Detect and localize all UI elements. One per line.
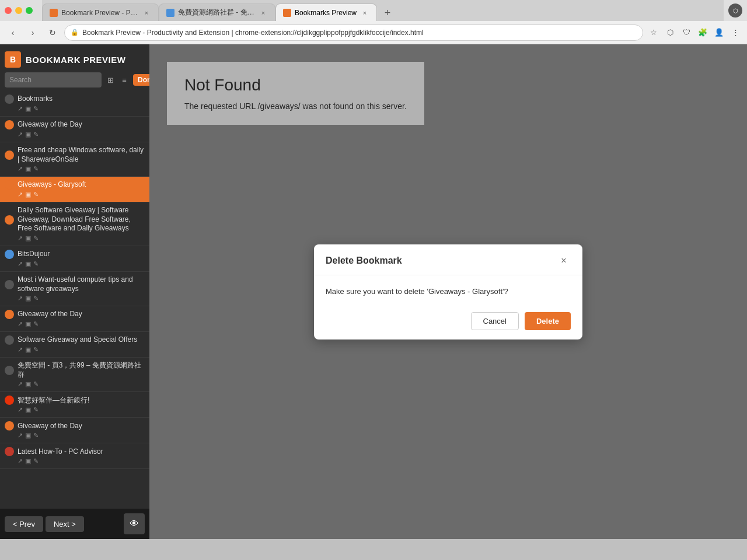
lock-icon: 🔒 (71, 29, 79, 36)
bookmark-name-text-bm6: BitsDujour (18, 250, 50, 259)
tab-close-3[interactable]: × (360, 8, 369, 18)
open-icon-bm9[interactable]: ↗ (18, 346, 23, 354)
reload-button[interactable]: ↻ (44, 24, 61, 41)
copy-icon-bm8[interactable]: ▣ (25, 320, 31, 328)
edit-icon-bm8[interactable]: ✎ (33, 320, 39, 328)
bookmark-name-text-bm3: Free and cheap Windows software, daily |… (18, 146, 145, 164)
bookmark-item-name-bm4: Giveaways - Glarysoft (5, 180, 145, 190)
open-icon-bm6[interactable]: ↗ (18, 260, 23, 268)
cancel-button[interactable]: Cancel (471, 312, 519, 330)
next-button[interactable]: Next > (46, 516, 84, 532)
edit-icon-bm12[interactable]: ✎ (33, 432, 39, 439)
copy-icon-bm2[interactable]: ▣ (25, 131, 31, 138)
bookmark-item-bm10[interactable]: 免費空間 - 頁3，共99 – 免費資源網路社群↗▣✎ (0, 358, 149, 392)
edit-icon-bm13[interactable]: ✎ (33, 457, 39, 465)
modal-close-button[interactable]: × (557, 254, 571, 268)
edit-icon-bm9[interactable]: ✎ (33, 346, 39, 354)
open-icon-bm13[interactable]: ↗ (18, 457, 23, 465)
eye-button[interactable]: 👁 (124, 513, 145, 534)
tab-bookmarks-preview[interactable]: Bookmarks Preview × (275, 4, 377, 21)
bookmark-star-button[interactable]: ☆ (647, 26, 661, 40)
tab-close-1[interactable]: × (142, 8, 151, 18)
edit-icon-bm6[interactable]: ✎ (33, 260, 39, 268)
extensions-button[interactable]: ⬡ (663, 26, 677, 40)
open-icon-bm4[interactable]: ↗ (18, 191, 23, 198)
extension-icon[interactable]: ⬡ (728, 4, 742, 18)
open-icon-bm12[interactable]: ↗ (18, 432, 23, 439)
favicon-bm12 (5, 421, 14, 430)
tab-bookmark-preview[interactable]: Bookmark Preview - Productivi... × (42, 4, 159, 21)
edit-icon-bm11[interactable]: ✎ (33, 406, 39, 414)
bookmark-item-bm11[interactable]: 智慧好幫伴—台新銀行!↗▣✎ (0, 392, 149, 418)
copy-icon-bm6[interactable]: ▣ (25, 260, 31, 268)
bookmark-list: Bookmarks↗▣✎Giveaway of the Day↗▣✎Free a… (0, 91, 149, 509)
minimize-window-button[interactable] (15, 7, 22, 14)
search-input[interactable] (5, 72, 102, 88)
copy-icon-bm3[interactable]: ▣ (25, 165, 31, 173)
bookmark-item-bm7[interactable]: Most i Want-useful computer tips and sof… (0, 272, 149, 306)
open-icon-bm5[interactable]: ↗ (18, 235, 23, 242)
copy-icon-bm10[interactable]: ▣ (25, 380, 31, 388)
grid-view-button[interactable]: ⊞ (104, 74, 117, 86)
bookmark-actions-bm12: ↗▣✎ (5, 432, 145, 439)
open-icon-bm10[interactable]: ↗ (18, 380, 23, 388)
bookmark-item-bm3[interactable]: Free and cheap Windows software, daily |… (0, 142, 149, 177)
bookmark-item-bm9[interactable]: Software Giveaway and Special Offers↗▣✎ (0, 332, 149, 358)
address-bar[interactable]: 🔒 Bookmark Preview - Productivity and Ex… (64, 24, 643, 41)
puzzle-button[interactable]: 🧩 (696, 26, 710, 40)
copy-icon-bm4[interactable]: ▣ (25, 191, 31, 198)
tab-close-2[interactable]: × (259, 8, 268, 18)
edit-icon-bm2[interactable]: ✎ (33, 131, 39, 138)
edit-icon-bm10[interactable]: ✎ (33, 380, 39, 388)
close-window-button[interactable] (5, 7, 12, 14)
copy-icon-bm13[interactable]: ▣ (25, 457, 31, 465)
maximize-window-button[interactable] (26, 7, 33, 14)
bookmark-name-text-bm9: Software Giveaway and Special Offers (18, 335, 137, 345)
profile-button[interactable]: 👤 (712, 26, 726, 40)
copy-icon-bm9[interactable]: ▣ (25, 346, 31, 354)
open-icon-bm7[interactable]: ↗ (18, 295, 23, 302)
forward-button[interactable]: › (25, 24, 41, 41)
copy-icon-bm1[interactable]: ▣ (25, 105, 31, 113)
back-button[interactable]: ‹ (5, 24, 21, 41)
menu-button[interactable]: ⋮ (728, 26, 742, 40)
edit-icon-bm5[interactable]: ✎ (33, 235, 39, 242)
bookmark-item-name-bm12: Giveaway of the Day (5, 421, 145, 430)
copy-icon-bm5[interactable]: ▣ (25, 235, 31, 242)
bookmark-item-bm4[interactable]: Giveaways - Glarysoft↗▣✎ (0, 177, 149, 202)
bookmark-item-bm2[interactable]: Giveaway of the Day↗▣✎ (0, 117, 149, 142)
copy-icon-bm7[interactable]: ▣ (25, 295, 31, 302)
bookmark-name-text-bm10: 免費空間 - 頁3，共99 – 免費資源網路社群 (18, 361, 145, 379)
bookmark-item-bm13[interactable]: Latest How-To - PC Advisor↗▣✎ (0, 443, 149, 469)
new-tab-button[interactable]: + (379, 5, 396, 21)
prev-button[interactable]: < Prev (5, 516, 43, 532)
open-icon-bm2[interactable]: ↗ (18, 131, 23, 138)
bookmark-item-bm5[interactable]: Daily Software Giveaway | Software Givea… (0, 202, 149, 246)
delete-button[interactable]: Delete (525, 312, 571, 330)
bookmark-item-bm6[interactable]: BitsDujour↗▣✎ (0, 246, 149, 272)
list-view-button[interactable]: ≡ (118, 74, 131, 86)
favicon-bm3 (5, 150, 14, 160)
open-icon-bm11[interactable]: ↗ (18, 406, 23, 414)
edit-icon-bm1[interactable]: ✎ (33, 105, 39, 113)
bookmark-name-text-bm8: Giveaway of the Day (18, 310, 82, 319)
bookmark-item-name-bm11: 智慧好幫伴—台新銀行! (5, 396, 145, 405)
open-icon-bm8[interactable]: ↗ (18, 320, 23, 328)
bookmark-item-bm12[interactable]: Giveaway of the Day↗▣✎ (0, 418, 149, 443)
bookmark-item-bm1[interactable]: Bookmarks↗▣✎ (0, 91, 149, 117)
tab-free-resources[interactable]: 免費資源網路社群 - 免費資源指... × (159, 4, 275, 21)
open-icon-bm3[interactable]: ↗ (18, 165, 23, 173)
edit-icon-bm3[interactable]: ✎ (33, 165, 39, 173)
content-area: Not Found The requested URL /giveaways/ … (149, 44, 747, 539)
bookmark-item-name-bm7: Most i Want-useful computer tips and sof… (5, 275, 145, 293)
bookmark-item-name-bm10: 免費空間 - 頁3，共99 – 免費資源網路社群 (5, 361, 145, 379)
edit-icon-bm7[interactable]: ✎ (33, 295, 39, 302)
shield-button[interactable]: 🛡 (679, 26, 693, 40)
copy-icon-bm12[interactable]: ▣ (25, 432, 31, 439)
copy-icon-bm11[interactable]: ▣ (25, 406, 31, 414)
bookmark-item-bm8[interactable]: Giveaway of the Day↗▣✎ (0, 306, 149, 332)
bookmark-actions-bm7: ↗▣✎ (5, 295, 145, 302)
favicon-bm1 (5, 94, 14, 104)
edit-icon-bm4[interactable]: ✎ (33, 191, 39, 198)
open-icon-bm1[interactable]: ↗ (18, 105, 23, 113)
